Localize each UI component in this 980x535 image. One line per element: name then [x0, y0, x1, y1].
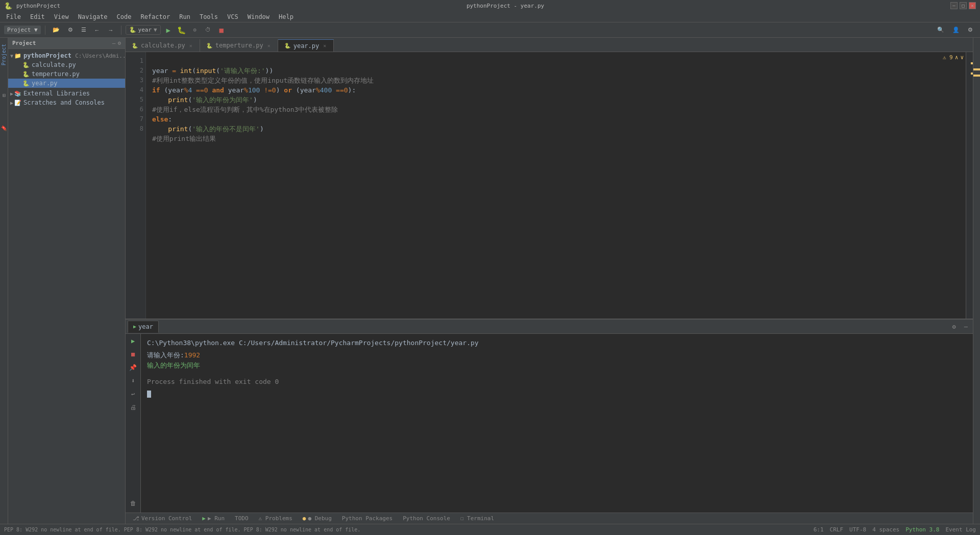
close-button[interactable]: ✕ [969, 2, 976, 9]
tree-item-calculate[interactable]: 🐍 calculate.py [8, 60, 125, 69]
cursor-block [147, 391, 151, 398]
vc-label: Version Control [141, 515, 192, 522]
stop-run-button[interactable]: ■ [128, 349, 138, 359]
bottom-settings-icon[interactable]: ⚙ [949, 323, 959, 330]
input-value: 1992 [184, 351, 200, 359]
menu-view[interactable]: View [50, 12, 73, 21]
toolbar: Project ▼ 📂 ⚙ ☰ ← → 🐍 year ▼ ▶ 🐛 ⊙ ⏱ ■ 🔍… [0, 22, 980, 38]
warning-indicator[interactable]: ⚠ 9 ∧ ∨ [943, 54, 964, 61]
run-button[interactable]: ▶ [163, 25, 174, 36]
print-button[interactable]: 🖨 [128, 402, 138, 412]
status-python-ver[interactable]: Python 3.8 [905, 526, 939, 533]
right-warning-marker-2 [973, 75, 980, 77]
menu-file[interactable]: File [2, 12, 25, 21]
root-arrow: ▼ [10, 53, 13, 59]
problems-label: ⚠ Problems [259, 515, 292, 522]
menu-tools[interactable]: Tools [195, 12, 222, 21]
tab-temperture-close[interactable]: ✕ [266, 43, 272, 48]
project-gear-icon[interactable]: ⚙ [117, 40, 121, 46]
status-encoding[interactable]: UTF-8 [849, 526, 866, 533]
project-tree: ▼ 📁 pythonProject C:\Users\Admi... 🐍 cal… [8, 49, 125, 524]
python-packages-tab[interactable]: Python Packages [337, 514, 398, 523]
user-account-button[interactable]: 👤 [949, 26, 963, 34]
project-dropdown[interactable]: Project ▼ [4, 26, 41, 34]
tab-year[interactable]: 🐍 year.py ✕ [278, 39, 334, 52]
run-config-selector[interactable]: 🐍 year ▼ [126, 25, 161, 35]
layout-button[interactable]: ☰ [78, 26, 89, 34]
tree-item-year[interactable]: 🐍 year.py [8, 79, 125, 88]
tab-temperture[interactable]: 🐍 temperture.py ✕ [200, 39, 278, 52]
run-sidebar: ▶ ■ 📌 ⬇ ↩ 🖨 🗑 [126, 334, 141, 513]
tree-item-scratches[interactable]: ▶ 📝 Scratches and Consoles [8, 98, 125, 107]
debug-tab[interactable]: ● ● Debug [298, 514, 337, 523]
sidebar-tab-project[interactable]: Project [0, 40, 8, 69]
tree-item-temperture[interactable]: 🐍 temperture.py [8, 69, 125, 79]
python-console-tab[interactable]: Python Console [398, 514, 455, 523]
project-collapse-button[interactable]: — [112, 40, 116, 46]
menu-vcs[interactable]: VCS [223, 12, 242, 21]
run-tab-icon: ▶ [133, 324, 136, 329]
debug-dot: ● [303, 515, 306, 522]
run-config-name: year [138, 27, 152, 33]
editor-area: 🐍 calculate.py ✕ 🐍 temperture.py ✕ 🐍 yea… [126, 38, 973, 524]
menu-code[interactable]: Code [113, 12, 136, 21]
tab-year-close[interactable]: ✕ [322, 43, 327, 48]
status-line-sep[interactable]: CRLF [830, 526, 844, 533]
line-numbers: 1 2 3 4 5 6 7 8 [126, 52, 146, 319]
rerun-button[interactable]: ▶ [128, 336, 138, 346]
py-icon-t: 🐍 [206, 43, 212, 48]
run-tab[interactable]: ▶ year [128, 321, 159, 333]
menu-run[interactable]: Run [175, 12, 194, 21]
root-name: pythonProject C:\Users\Admi... [23, 52, 125, 59]
version-control-tab[interactable]: ⎇ Version Control [128, 514, 197, 523]
use-soft-wrap-button[interactable]: ↩ [128, 389, 138, 399]
warning-up-arrow[interactable]: ∧ [955, 54, 959, 61]
menu-edit[interactable]: Edit [26, 12, 49, 21]
warning-down-arrow[interactable]: ∨ [960, 54, 964, 61]
scroll-end-button[interactable]: ⬇ [128, 376, 138, 386]
menu-help[interactable]: Help [275, 12, 298, 21]
scratches-label: Scratches and Consoles [23, 99, 105, 106]
status-event-log[interactable]: Event Log [945, 526, 976, 533]
navigate-forward-button[interactable]: → [105, 26, 117, 34]
status-warnings[interactable]: PEP 8: W292 no newline at end of file. P… [4, 527, 360, 532]
code-content[interactable]: year = int(input('请输入年份:')) #利用int整数类型定义… [146, 52, 966, 319]
tree-item-external-libs[interactable]: ▶ 📚 External Libraries [8, 89, 125, 98]
tab-calculate-close[interactable]: ✕ [188, 43, 193, 48]
tab-calculate[interactable]: 🐍 calculate.py ✕ [126, 39, 200, 52]
pin-button[interactable]: 📌 [128, 362, 138, 373]
debug-button[interactable]: 🐛 [176, 25, 187, 36]
status-cursor-pos[interactable]: 6:1 [814, 526, 824, 533]
settings-button[interactable]: ⚙ [65, 26, 76, 34]
terminal-tab[interactable]: ☐ Terminal [455, 514, 499, 523]
python-packages-label: Python Packages [342, 515, 393, 522]
stop-button[interactable]: ■ [216, 25, 227, 36]
menu-navigate[interactable]: Navigate [74, 12, 112, 21]
menu-refactor[interactable]: Refactor [136, 12, 174, 21]
run-tool-tab[interactable]: ▶ ▶ Run [197, 514, 230, 523]
profile-button[interactable]: ⏱ [203, 25, 214, 36]
open-recent-button[interactable]: 📂 [50, 26, 63, 34]
problems-tab[interactable]: ⚠ Problems [254, 514, 298, 523]
search-everywhere-button[interactable]: 🔍 [934, 26, 947, 34]
file-calculate: calculate.py [32, 61, 76, 68]
maximize-button[interactable]: □ [960, 2, 967, 9]
sidebar-tab-structure[interactable]: ⊞ [0, 90, 8, 101]
external-libs-arrow: ▶ [10, 91, 13, 96]
file-temperture: temperture.py [32, 70, 80, 78]
sidebar-tab-bookmarks[interactable]: 🔖 [0, 121, 8, 136]
clear-output-button[interactable]: 🗑 [128, 498, 138, 508]
settings-gear-button[interactable]: ⚙ [965, 26, 976, 34]
minimize-button[interactable]: — [950, 2, 958, 9]
bottom-hide-icon[interactable]: — [961, 323, 971, 330]
toolbar-sep-1 [45, 26, 45, 35]
right-warning-marker-1 [973, 68, 980, 70]
tree-item-root[interactable]: ▼ 📁 pythonProject C:\Users\Admi... [8, 51, 125, 60]
editor-scrollbar[interactable] [966, 52, 973, 319]
run-coverage-button[interactable]: ⊙ [189, 25, 201, 36]
menu-window[interactable]: Window [243, 12, 274, 21]
status-indent[interactable]: 4 spaces [872, 526, 899, 533]
todo-tab[interactable]: TODO [230, 514, 254, 523]
main-area: Project ⊞ 🔖 Project — ⚙ ▼ 📁 pythonProjec… [0, 38, 980, 524]
navigate-back-button[interactable]: ← [91, 26, 103, 34]
